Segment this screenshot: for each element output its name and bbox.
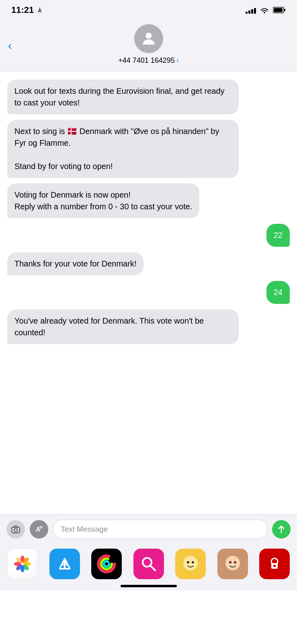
bubble-text-3: Voting for Denmark is now open!Reply wit… [14,190,192,211]
bubble-outgoing-6: 24 [266,281,290,304]
info-chevron: › [176,56,179,65]
svg-point-28 [225,556,240,570]
bubble-incoming-3: Voting for Denmark is now open!Reply wit… [7,184,199,218]
appstore-app[interactable] [49,549,80,579]
message-input[interactable]: Text Message [53,520,267,539]
bubble-incoming-1: Look out for texts during the Eurovision… [7,80,239,114]
message-row-1: Look out for texts during the Eurovision… [7,80,290,114]
bubble-text-7: You've already voted for Denmark. This v… [14,316,204,337]
bubble-incoming-2: Next to sing is 🇩🇰 Denmark with "Øve os … [7,120,239,178]
input-placeholder: Text Message [61,525,108,534]
home-bar [121,585,177,587]
bubble-incoming-5: Thanks for your vote for Denmark! [7,252,143,275]
svg-point-7 [39,526,43,529]
home-indicator [0,583,297,590]
svg-line-24 [150,566,155,570]
camera-icon [11,524,20,534]
svg-point-5 [14,528,17,532]
apps-button[interactable]: A [30,520,48,539]
photos-icon [11,553,34,575]
status-time: 11:21 [11,5,43,15]
bubble-text-2: Next to sing is 🇩🇰 Denmark with "Øve os … [14,127,219,171]
bubble-text-5: Thanks for your vote for Denmark! [14,259,136,268]
signal-icon [246,6,256,14]
svg-rect-4 [12,527,20,533]
photos-app[interactable] [7,549,38,579]
back-chevron: ‹ [8,40,12,52]
memoji-app[interactable] [175,549,206,579]
message-row-5: Thanks for your vote for Denmark! [7,252,290,275]
svg-rect-2 [274,8,283,12]
app-dock [0,544,297,583]
status-icons [246,6,286,14]
camera-button[interactable] [6,520,25,539]
svg-rect-1 [284,9,285,11]
bubble-outgoing-4: 22 [266,224,290,247]
svg-point-27 [192,561,194,564]
lastpass-app[interactable] [259,549,290,579]
memoji2-app[interactable] [217,549,248,579]
battery-icon [273,6,286,14]
bubble-text-1: Look out for texts during the Eurovision… [14,87,225,107]
send-icon [277,524,286,534]
message-row-3: Voting for Denmark is now open!Reply wit… [7,184,290,218]
svg-point-25 [183,556,198,570]
input-area: A Text Message [0,514,297,544]
phone-number: +44 7401 164295 [118,56,175,65]
message-row-7: You've already voted for Denmark. This v… [7,310,290,344]
back-button[interactable]: ‹ [8,40,12,52]
conversation-header: ‹ +44 7401 164295 › [0,20,297,72]
memoji2-icon [221,553,244,575]
svg-point-3 [145,33,152,39]
bubble-text-6: 24 [274,288,283,297]
status-bar: 11:21 [0,0,297,20]
activity-app[interactable] [91,549,122,579]
bubble-text-4: 22 [274,231,283,239]
activity-icon [96,553,117,574]
send-button[interactable] [272,520,291,539]
person-icon [140,30,158,47]
messages-area: Look out for texts during the Eurovision… [0,72,297,514]
apps-icon: A [34,524,44,534]
bubble-incoming-7: You've already voted for Denmark. This v… [7,310,239,344]
lastpass-icon [264,553,285,574]
appstore-icon [54,553,75,574]
svg-point-33 [273,565,276,567]
memoji-icon [179,553,202,575]
svg-point-26 [187,561,189,564]
message-row-4: 22 [7,224,290,247]
scout-app[interactable] [133,549,164,579]
contact-avatar [134,24,163,53]
scout-icon [138,553,159,574]
wifi-icon [260,6,269,14]
time-display: 11:21 [11,5,34,15]
location-icon [36,6,43,14]
svg-point-22 [104,561,109,567]
contact-info[interactable]: +44 7401 164295 › [118,56,179,65]
message-row-2: Next to sing is 🇩🇰 Denmark with "Øve os … [7,120,290,178]
message-row-6: 24 [7,281,290,304]
